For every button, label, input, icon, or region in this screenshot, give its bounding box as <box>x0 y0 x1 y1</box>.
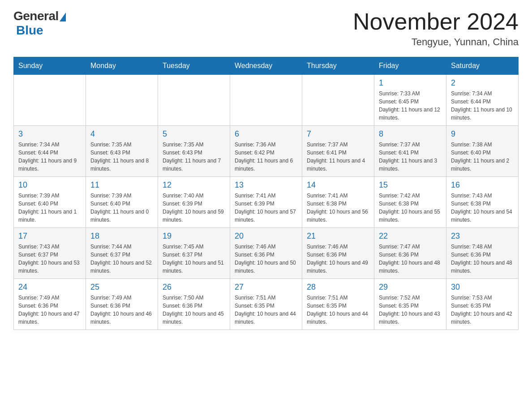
day-info: Sunrise: 7:34 AMSunset: 6:44 PMDaylight:… <box>451 90 514 122</box>
calendar-table: SundayMondayTuesdayWednesdayThursdayFrid… <box>13 57 519 330</box>
day-number: 14 <box>307 180 369 190</box>
day-number: 29 <box>379 283 442 292</box>
day-number: 27 <box>235 283 297 292</box>
calendar-day-cell: 22Sunrise: 7:47 AMSunset: 6:36 PMDayligh… <box>374 228 446 279</box>
day-number: 11 <box>90 180 153 190</box>
day-number: 20 <box>235 231 297 241</box>
day-number: 25 <box>90 283 153 292</box>
day-of-week-header: Wednesday <box>230 57 302 75</box>
day-info: Sunrise: 7:37 AMSunset: 6:41 PMDaylight:… <box>307 141 369 173</box>
day-info: Sunrise: 7:53 AMSunset: 6:35 PMDaylight:… <box>451 294 514 326</box>
day-info: Sunrise: 7:43 AMSunset: 6:38 PMDaylight:… <box>451 192 514 224</box>
calendar-day-cell: 1Sunrise: 7:33 AMSunset: 6:45 PMDaylight… <box>374 75 446 126</box>
calendar-day-cell: 29Sunrise: 7:52 AMSunset: 6:35 PMDayligh… <box>374 279 446 330</box>
calendar-day-cell: 5Sunrise: 7:35 AMSunset: 6:43 PMDaylight… <box>158 126 230 177</box>
calendar-day-cell: 27Sunrise: 7:51 AMSunset: 6:35 PMDayligh… <box>230 279 302 330</box>
logo: General Blue <box>13 9 66 38</box>
calendar-day-cell: 17Sunrise: 7:43 AMSunset: 6:37 PMDayligh… <box>14 228 86 279</box>
day-info: Sunrise: 7:36 AMSunset: 6:42 PMDaylight:… <box>235 141 297 173</box>
day-info: Sunrise: 7:34 AMSunset: 6:44 PMDaylight:… <box>18 141 81 173</box>
day-number: 3 <box>18 129 81 139</box>
day-info: Sunrise: 7:35 AMSunset: 6:43 PMDaylight:… <box>90 141 153 173</box>
day-number: 18 <box>90 231 153 241</box>
calendar-day-cell: 10Sunrise: 7:39 AMSunset: 6:40 PMDayligh… <box>14 177 86 228</box>
calendar-day-cell: 23Sunrise: 7:48 AMSunset: 6:36 PMDayligh… <box>446 228 519 279</box>
calendar-day-cell: 4Sunrise: 7:35 AMSunset: 6:43 PMDaylight… <box>86 126 158 177</box>
calendar-day-cell: 8Sunrise: 7:37 AMSunset: 6:41 PMDaylight… <box>374 126 446 177</box>
calendar-day-cell: 9Sunrise: 7:38 AMSunset: 6:40 PMDaylight… <box>446 126 519 177</box>
day-number: 7 <box>307 129 369 139</box>
day-info: Sunrise: 7:35 AMSunset: 6:43 PMDaylight:… <box>163 141 225 173</box>
day-info: Sunrise: 7:45 AMSunset: 6:37 PMDaylight:… <box>163 243 225 275</box>
day-of-week-header: Tuesday <box>158 57 230 75</box>
day-number: 16 <box>451 180 514 190</box>
day-number: 2 <box>451 78 514 88</box>
calendar-day-cell: 16Sunrise: 7:43 AMSunset: 6:38 PMDayligh… <box>446 177 519 228</box>
calendar-day-cell: 28Sunrise: 7:51 AMSunset: 6:35 PMDayligh… <box>302 279 374 330</box>
calendar-day-cell <box>158 75 230 126</box>
day-info: Sunrise: 7:47 AMSunset: 6:36 PMDaylight:… <box>379 243 442 275</box>
day-info: Sunrise: 7:39 AMSunset: 6:40 PMDaylight:… <box>90 192 153 224</box>
day-info: Sunrise: 7:51 AMSunset: 6:35 PMDaylight:… <box>307 294 369 326</box>
calendar-day-cell <box>14 75 86 126</box>
day-of-week-header: Saturday <box>446 57 519 75</box>
calendar-week-row: 1Sunrise: 7:33 AMSunset: 6:45 PMDaylight… <box>14 75 519 126</box>
calendar-day-cell: 26Sunrise: 7:50 AMSunset: 6:36 PMDayligh… <box>158 279 230 330</box>
day-number: 23 <box>451 231 514 241</box>
day-info: Sunrise: 7:48 AMSunset: 6:36 PMDaylight:… <box>451 243 514 275</box>
calendar-week-row: 10Sunrise: 7:39 AMSunset: 6:40 PMDayligh… <box>14 177 519 228</box>
day-number: 8 <box>379 129 442 139</box>
logo-triangle-icon <box>60 13 66 21</box>
day-number: 4 <box>90 129 153 139</box>
day-of-week-header: Monday <box>86 57 158 75</box>
calendar-header-row: SundayMondayTuesdayWednesdayThursdayFrid… <box>14 57 519 75</box>
day-info: Sunrise: 7:37 AMSunset: 6:41 PMDaylight:… <box>379 141 442 173</box>
calendar-day-cell <box>302 75 374 126</box>
day-info: Sunrise: 7:40 AMSunset: 6:39 PMDaylight:… <box>163 192 225 224</box>
calendar-day-cell: 2Sunrise: 7:34 AMSunset: 6:44 PMDaylight… <box>446 75 519 126</box>
day-number: 22 <box>379 231 442 241</box>
day-info: Sunrise: 7:42 AMSunset: 6:38 PMDaylight:… <box>379 192 442 224</box>
location-title: Tengyue, Yunnan, China <box>353 36 519 48</box>
day-info: Sunrise: 7:52 AMSunset: 6:35 PMDaylight:… <box>379 294 442 326</box>
month-title: November 2024 <box>353 9 519 34</box>
day-number: 10 <box>18 180 81 190</box>
day-number: 15 <box>379 180 442 190</box>
page-header: General Blue November 2024 Tengyue, Yunn… <box>13 9 519 48</box>
day-info: Sunrise: 7:43 AMSunset: 6:37 PMDaylight:… <box>18 243 81 275</box>
day-info: Sunrise: 7:44 AMSunset: 6:37 PMDaylight:… <box>90 243 153 275</box>
day-info: Sunrise: 7:46 AMSunset: 6:36 PMDaylight:… <box>307 243 369 275</box>
calendar-week-row: 24Sunrise: 7:49 AMSunset: 6:36 PMDayligh… <box>14 279 519 330</box>
logo-general-text: General <box>13 9 59 23</box>
calendar-day-cell: 13Sunrise: 7:41 AMSunset: 6:39 PMDayligh… <box>230 177 302 228</box>
day-info: Sunrise: 7:41 AMSunset: 6:38 PMDaylight:… <box>307 192 369 224</box>
day-number: 9 <box>451 129 514 139</box>
day-info: Sunrise: 7:49 AMSunset: 6:36 PMDaylight:… <box>18 294 81 326</box>
calendar-day-cell: 20Sunrise: 7:46 AMSunset: 6:36 PMDayligh… <box>230 228 302 279</box>
day-number: 13 <box>235 180 297 190</box>
day-info: Sunrise: 7:39 AMSunset: 6:40 PMDaylight:… <box>18 192 81 224</box>
day-number: 5 <box>163 129 225 139</box>
calendar-day-cell: 12Sunrise: 7:40 AMSunset: 6:39 PMDayligh… <box>158 177 230 228</box>
calendar-day-cell: 18Sunrise: 7:44 AMSunset: 6:37 PMDayligh… <box>86 228 158 279</box>
day-number: 24 <box>18 283 81 292</box>
day-number: 1 <box>379 78 442 88</box>
day-of-week-header: Sunday <box>14 57 86 75</box>
day-number: 17 <box>18 231 81 241</box>
day-of-week-header: Thursday <box>302 57 374 75</box>
calendar-day-cell <box>230 75 302 126</box>
calendar-day-cell: 14Sunrise: 7:41 AMSunset: 6:38 PMDayligh… <box>302 177 374 228</box>
calendar-day-cell: 15Sunrise: 7:42 AMSunset: 6:38 PMDayligh… <box>374 177 446 228</box>
calendar-day-cell <box>86 75 158 126</box>
day-number: 12 <box>163 180 225 190</box>
calendar-day-cell: 7Sunrise: 7:37 AMSunset: 6:41 PMDaylight… <box>302 126 374 177</box>
day-number: 19 <box>163 231 225 241</box>
calendar-day-cell: 30Sunrise: 7:53 AMSunset: 6:35 PMDayligh… <box>446 279 519 330</box>
calendar-week-row: 3Sunrise: 7:34 AMSunset: 6:44 PMDaylight… <box>14 126 519 177</box>
calendar-day-cell: 25Sunrise: 7:49 AMSunset: 6:36 PMDayligh… <box>86 279 158 330</box>
calendar-day-cell: 21Sunrise: 7:46 AMSunset: 6:36 PMDayligh… <box>302 228 374 279</box>
calendar-day-cell: 19Sunrise: 7:45 AMSunset: 6:37 PMDayligh… <box>158 228 230 279</box>
day-info: Sunrise: 7:46 AMSunset: 6:36 PMDaylight:… <box>235 243 297 275</box>
day-number: 30 <box>451 283 514 292</box>
day-info: Sunrise: 7:41 AMSunset: 6:39 PMDaylight:… <box>235 192 297 224</box>
